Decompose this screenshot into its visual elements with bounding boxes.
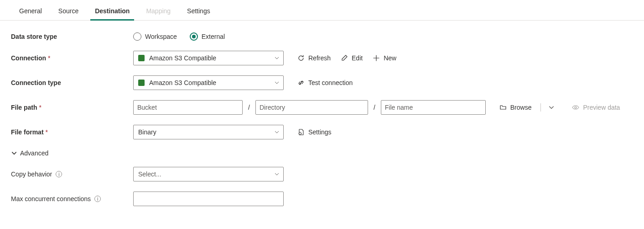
file-format-value: Binary bbox=[138, 128, 156, 136]
chevron-down-icon bbox=[548, 104, 555, 111]
test-connection-button[interactable]: Test connection bbox=[295, 77, 355, 88]
bucket-input[interactable] bbox=[133, 100, 243, 115]
edit-icon bbox=[341, 54, 348, 62]
copy-behavior-dropdown[interactable]: Select... bbox=[133, 167, 284, 181]
radio-external[interactable]: External bbox=[190, 32, 225, 41]
path-separator: / bbox=[373, 104, 376, 111]
copy-behavior-placeholder: Select... bbox=[138, 170, 161, 178]
tab-settings[interactable]: Settings bbox=[179, 3, 218, 20]
tab-source[interactable]: Source bbox=[50, 3, 87, 20]
max-concurrent-input[interactable] bbox=[133, 192, 284, 206]
tab-bar: General Source Destination Mapping Setti… bbox=[0, 0, 644, 21]
connection-type-value: Amazon S3 Compatible bbox=[149, 79, 216, 86]
s3-icon bbox=[138, 80, 145, 86]
preview-icon bbox=[572, 104, 579, 111]
label-file-path: File path* bbox=[11, 104, 133, 111]
plus-icon bbox=[373, 54, 380, 62]
tab-mapping: Mapping bbox=[138, 3, 179, 20]
preview-data-button: Preview data bbox=[569, 102, 623, 113]
chevron-down-icon bbox=[274, 129, 280, 135]
folder-icon bbox=[499, 104, 507, 111]
label-connection: Connection* bbox=[11, 54, 133, 62]
radio-workspace[interactable]: Workspace bbox=[133, 32, 177, 41]
browse-button[interactable]: Browse bbox=[497, 102, 535, 113]
chevron-down-icon bbox=[274, 80, 280, 85]
connection-value: Amazon S3 Compatible bbox=[149, 54, 216, 62]
refresh-button[interactable]: Refresh bbox=[295, 53, 333, 64]
chevron-down-icon bbox=[11, 150, 17, 156]
label-max-concurrent: Max concurrent connections i bbox=[11, 195, 133, 202]
browse-menu-button[interactable] bbox=[547, 102, 556, 112]
refresh-icon bbox=[297, 54, 305, 62]
file-format-dropdown[interactable]: Binary bbox=[133, 125, 284, 139]
new-button[interactable]: New bbox=[370, 53, 399, 64]
label-file-format: File format* bbox=[11, 128, 133, 136]
label-data-store-type: Data store type bbox=[11, 33, 133, 40]
directory-input[interactable] bbox=[255, 100, 368, 115]
edit-button[interactable]: Edit bbox=[338, 53, 365, 64]
radio-workspace-label: Workspace bbox=[145, 33, 177, 40]
info-icon[interactable]: i bbox=[56, 171, 62, 177]
filename-input[interactable] bbox=[381, 100, 486, 115]
s3-icon bbox=[138, 55, 145, 61]
tab-destination[interactable]: Destination bbox=[87, 3, 138, 20]
label-connection-type: Connection type bbox=[11, 79, 133, 86]
gear-file-icon bbox=[297, 128, 305, 136]
chevron-down-icon bbox=[274, 55, 280, 61]
format-settings-button[interactable]: Settings bbox=[295, 127, 334, 138]
info-icon[interactable]: i bbox=[94, 196, 101, 202]
chevron-down-icon bbox=[274, 171, 280, 177]
path-separator: / bbox=[247, 104, 251, 111]
connection-type-dropdown[interactable]: Amazon S3 Compatible bbox=[133, 75, 284, 90]
advanced-toggle[interactable]: Advanced bbox=[11, 149, 48, 157]
radio-circle-selected-icon bbox=[190, 32, 198, 41]
advanced-label: Advanced bbox=[20, 149, 48, 157]
svg-point-0 bbox=[299, 133, 301, 135]
radio-circle-icon bbox=[133, 32, 141, 41]
test-connection-icon bbox=[297, 79, 305, 86]
label-copy-behavior: Copy behavior i bbox=[11, 170, 133, 178]
destination-form: Data store type Workspace External Conne… bbox=[0, 21, 644, 228]
radio-external-label: External bbox=[202, 33, 225, 40]
tab-general[interactable]: General bbox=[11, 3, 50, 20]
connection-dropdown[interactable]: Amazon S3 Compatible bbox=[133, 51, 284, 65]
divider bbox=[540, 103, 541, 112]
